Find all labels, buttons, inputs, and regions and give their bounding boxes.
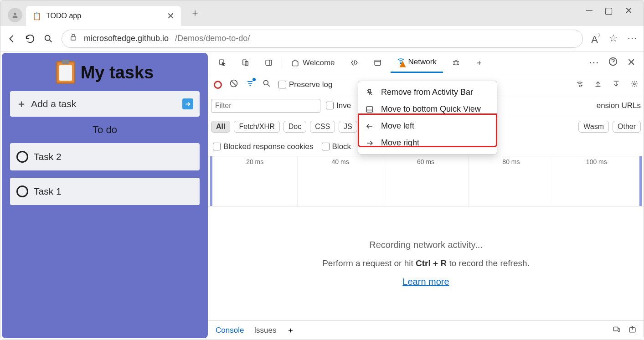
task-item[interactable]: Task 2 [10,143,200,170]
svg-rect-2 [71,37,76,41]
svg-point-14 [634,83,635,85]
svg-point-0 [14,13,16,15]
filter-other[interactable]: Other [613,121,641,133]
import-icon[interactable] [594,80,602,89]
timeline-tick: 40 ms [298,156,383,206]
toolbar-right: A⁾ ☆ ⋯ [591,31,637,46]
preserve-log-checkbox[interactable]: Preserve log [278,80,332,89]
devtools-tabbar: Welcome Network ＋ [208,52,644,74]
preserve-log-input[interactable] [278,81,286,88]
filter-js[interactable]: JS [339,121,357,133]
minimize-button[interactable]: ─ [586,5,592,16]
tab-bug-icon[interactable] [446,54,466,71]
export-icon[interactable] [613,80,620,89]
window-controls: ─ ▢ ✕ [579,0,640,23]
add-task-button[interactable]: ＋ Add a task ➜ [10,91,200,117]
more-tools-icon[interactable]: ⋯ [589,57,599,69]
more-menu-icon[interactable]: ⋯ [627,32,637,44]
filter-wasm[interactable]: Wasm [578,121,609,133]
tab-welcome[interactable]: Welcome [285,54,341,72]
filter-toggle-icon[interactable] [246,79,255,90]
plus-icon: ＋ [16,97,26,111]
profile-avatar[interactable] [8,8,22,22]
ctx-move-left-label: Move left [381,121,414,131]
address-bar[interactable]: microsoftedge.github.io/Demos/demo-to-do… [62,30,583,48]
close-window-button[interactable]: ✕ [625,5,633,16]
network-timeline[interactable]: 20 ms 40 ms 60 ms 80 ms 100 ms [208,156,644,206]
timeline-tick: 60 ms [383,156,469,206]
close-tab-icon[interactable]: ✕ [167,10,175,21]
ctx-remove-from-activity-bar[interactable]: Remove from Activity Bar [358,84,497,101]
ctx-move-left[interactable]: Move left [358,118,497,134]
add-drawer-tab-icon[interactable]: ＋ [287,325,294,335]
refresh-hint: Perform a request or hit Ctrl + R to rec… [322,258,530,268]
read-aloud-icon[interactable]: A⁾ [591,31,600,46]
recording-message: Recording network activity... [369,240,483,250]
task-checkbox[interactable] [16,151,28,163]
content-area: My tasks ＋ Add a task ➜ To do Task 2 Tas… [0,52,644,340]
search-button[interactable] [43,34,53,44]
svg-point-1 [45,35,50,40]
filter-css[interactable]: CSS [310,121,335,133]
app-title: My tasks [81,63,154,82]
url-path: /Demos/demo-to-do/ [175,34,250,43]
dock-side-icon[interactable] [258,54,279,71]
drawer-expand-icon[interactable] [629,325,636,335]
close-devtools-icon[interactable]: ✕ [627,57,635,69]
submit-icon[interactable]: ➜ [182,98,193,109]
devtools-drawer: Console Issues ＋ [208,320,644,340]
task-checkbox[interactable] [16,185,28,197]
filter-doc[interactable]: Doc [283,121,306,133]
svg-rect-7 [375,60,381,65]
filter-all[interactable]: All [211,121,230,133]
settings-icon[interactable] [631,80,638,89]
clipboard-icon: 📋 [32,12,41,21]
devtools-panel: Welcome Network ＋ [208,52,644,340]
record-button[interactable] [214,81,222,89]
drawer-console-tab[interactable]: Console [216,326,244,335]
inspect-element-icon[interactable] [212,54,232,71]
device-emulation-icon[interactable] [235,54,256,71]
ctx-remove-label: Remove from Activity Bar [381,88,473,97]
invert-checkbox[interactable]: Inve [326,101,351,110]
add-task-label: Add a task [31,98,76,109]
maximize-button[interactable]: ▢ [604,5,613,16]
tab-sources[interactable] [367,54,388,71]
filter-input[interactable] [211,99,320,113]
help-icon[interactable] [608,57,618,69]
todo-app: My tasks ＋ Add a task ➜ To do Task 2 Tas… [2,53,208,338]
blocked-cookies-label: Blocked response cookies [223,142,314,151]
drawer-send-feedback-icon[interactable] [613,325,620,335]
arrow-left-icon [366,122,375,130]
preserve-log-label: Preserve log [289,80,332,89]
ctx-move-right[interactable]: Move right [358,134,497,151]
unpin-icon [366,88,375,97]
learn-more-link[interactable]: Learn more [402,277,449,287]
svg-point-13 [579,85,580,86]
drawer-issues-tab[interactable]: Issues [254,326,276,335]
tab-welcome-label: Welcome [303,58,335,67]
blocked-requests-label: Block [332,142,351,151]
tab-elements[interactable] [344,54,365,71]
tab-network[interactable]: Network [391,52,443,73]
clear-button[interactable] [229,79,238,90]
task-item[interactable]: Task 1 [10,178,200,205]
context-menu: Remove from Activity Bar Move to bottom … [358,81,497,155]
search-icon[interactable] [262,79,271,90]
extension-urls-partial: ension URLs [597,101,641,110]
add-tab-icon[interactable]: ＋ [469,53,489,72]
browser-toolbar: microsoftedge.github.io/Demos/demo-to-do… [0,26,644,52]
back-button[interactable] [7,34,17,44]
timeline-tick: 80 ms [469,156,554,206]
throttling-icon[interactable] [576,80,583,89]
svg-rect-6 [266,60,272,65]
favorite-icon[interactable]: ☆ [609,32,618,44]
filter-fetch[interactable]: Fetch/XHR [234,121,279,133]
panel-bottom-icon [366,105,375,113]
new-tab-button[interactable]: ＋ [187,3,203,22]
browser-tab[interactable]: 📋 TODO app ✕ [26,6,181,26]
ctx-move-to-bottom[interactable]: Move to bottom Quick View [358,101,497,118]
blocked-requests-checkbox[interactable]: Block [322,142,351,151]
blocked-cookies-checkbox[interactable]: Blocked response cookies [213,142,314,151]
refresh-button[interactable] [25,34,35,44]
